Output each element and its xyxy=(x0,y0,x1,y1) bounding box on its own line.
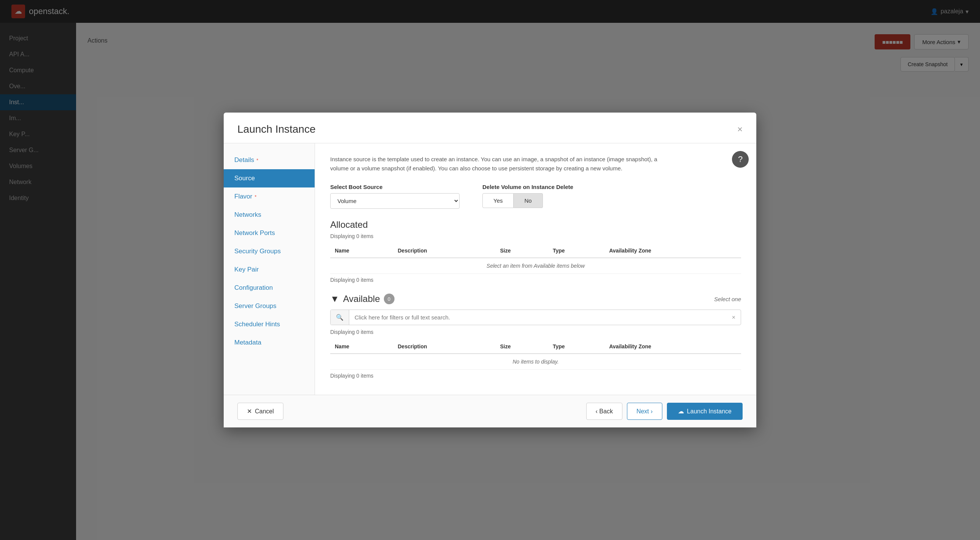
delete-yes-button[interactable]: Yes xyxy=(482,193,514,208)
col-name: Name xyxy=(330,244,393,258)
select-one-label: Select one xyxy=(714,296,741,302)
modal-nav-details[interactable]: Details * xyxy=(224,151,315,169)
avail-col-name: Name xyxy=(330,340,393,354)
allocated-below-count: Displaying 0 items xyxy=(330,277,741,283)
modal-nav-flavor-label: Flavor xyxy=(234,193,252,200)
available-title: ▼ Available 0 xyxy=(330,294,395,304)
allocated-title-text: Allocated xyxy=(330,219,368,230)
available-title-text: Available xyxy=(343,294,380,304)
modal-content-area: ? Instance source is the template used t… xyxy=(315,143,756,395)
back-button[interactable]: ‹ Back xyxy=(586,403,622,420)
available-table-header: Name Description Size Type Availability … xyxy=(330,340,741,354)
avail-col-description: Description xyxy=(393,340,495,354)
delete-no-button[interactable]: No xyxy=(514,193,542,208)
search-icon: 🔍 xyxy=(331,310,349,325)
delete-volume-label: Delete Volume on Instance Delete xyxy=(482,184,573,190)
modal-nav-key-pair-label: Key Pair xyxy=(234,266,259,273)
launch-instance-button[interactable]: ☁ Launch Instance xyxy=(667,403,743,420)
available-section: ▼ Available 0 Select one 🔍 × Displaying … xyxy=(330,294,741,379)
footer-right-buttons: ‹ Back Next › ☁ Launch Instance xyxy=(586,403,743,420)
boot-source-label: Select Boot Source xyxy=(330,184,460,190)
modal-nav-metadata-label: Metadata xyxy=(234,339,261,346)
modal-nav-configuration-label: Configuration xyxy=(234,284,273,292)
search-clear-button[interactable]: × xyxy=(727,310,741,325)
avail-col-availability-zone: Availability Zone xyxy=(605,340,741,354)
modal-navigation: Details * Source Flavor * Networks Netwo… xyxy=(224,143,315,395)
col-description: Description xyxy=(393,244,495,258)
modal-nav-configuration[interactable]: Configuration xyxy=(224,279,315,297)
modal-nav-network-ports[interactable]: Network Ports xyxy=(224,224,315,242)
available-count-text: Displaying 0 items xyxy=(330,329,741,335)
modal-nav-network-ports-label: Network Ports xyxy=(234,229,275,237)
search-input[interactable] xyxy=(349,310,727,324)
modal-body: Details * Source Flavor * Networks Netwo… xyxy=(224,143,756,395)
modal-header: Launch Instance × xyxy=(224,113,756,143)
modal-nav-source[interactable]: Source xyxy=(224,169,315,187)
form-row: Select Boot Source Volume Image Instance… xyxy=(330,184,741,209)
allocated-empty-row: Select an item from Available items belo… xyxy=(330,258,741,274)
modal-nav-server-groups[interactable]: Server Groups xyxy=(224,297,315,315)
available-below-count: Displaying 0 items xyxy=(330,373,741,379)
available-table: Name Description Size Type Availability … xyxy=(330,340,741,370)
modal-nav-security-groups[interactable]: Security Groups xyxy=(224,242,315,260)
modal-nav-flavor[interactable]: Flavor * xyxy=(224,187,315,206)
available-empty-message: No items to display. xyxy=(330,354,741,370)
launch-instance-label: Launch Instance xyxy=(687,408,732,415)
flavor-required-mark: * xyxy=(255,194,256,200)
modal-nav-source-label: Source xyxy=(234,175,255,182)
col-size: Size xyxy=(495,244,548,258)
allocated-title: Allocated xyxy=(330,219,741,230)
modal-nav-details-label: Details xyxy=(234,156,254,164)
avail-col-size: Size xyxy=(495,340,548,354)
available-count-badge: 0 xyxy=(384,294,395,304)
allocated-table: Name Description Size Type Availability … xyxy=(330,244,741,274)
avail-col-type: Type xyxy=(548,340,605,354)
modal-nav-scheduler-hints[interactable]: Scheduler Hints xyxy=(224,315,315,334)
boot-source-select[interactable]: Volume Image Instance Snapshot Volume Sn… xyxy=(330,193,460,209)
modal-title: Launch Instance xyxy=(237,123,316,135)
col-availability-zone: Availability Zone xyxy=(605,244,741,258)
help-button[interactable]: ? xyxy=(732,151,749,168)
available-empty-row: No items to display. xyxy=(330,354,741,370)
allocated-table-header: Name Description Size Type Availability … xyxy=(330,244,741,258)
cancel-button[interactable]: ✕ Cancel xyxy=(237,403,283,420)
delete-volume-toggle-group: Yes No xyxy=(482,193,573,208)
modal-nav-scheduler-hints-label: Scheduler Hints xyxy=(234,321,280,328)
modal-footer: ✕ Cancel ‹ Back Next › ☁ Launch Instance xyxy=(224,395,756,427)
modal-nav-server-groups-label: Server Groups xyxy=(234,302,277,310)
allocated-section: Allocated Displaying 0 items Name Descri… xyxy=(330,219,741,283)
boot-source-group: Select Boot Source Volume Image Instance… xyxy=(330,184,460,209)
modal-close-button[interactable]: × xyxy=(737,125,743,134)
modal-nav-metadata[interactable]: Metadata xyxy=(224,334,315,352)
modal-nav-networks-label: Networks xyxy=(234,211,261,219)
info-description: Instance source is the template used to … xyxy=(330,155,673,173)
search-bar: 🔍 × xyxy=(330,310,741,325)
col-type: Type xyxy=(548,244,605,258)
modal-nav-key-pair[interactable]: Key Pair xyxy=(224,260,315,279)
next-button[interactable]: Next › xyxy=(627,403,662,420)
launch-instance-modal: Launch Instance × Details * Source Flavo… xyxy=(224,113,756,427)
allocated-empty-message: Select an item from Available items belo… xyxy=(330,258,741,274)
cancel-icon: ✕ xyxy=(247,408,252,415)
cloud-upload-icon: ☁ xyxy=(678,408,684,415)
modal-nav-networks[interactable]: Networks xyxy=(224,206,315,224)
available-header: ▼ Available 0 Select one xyxy=(330,294,741,304)
details-required-mark: * xyxy=(256,157,258,163)
cancel-label: Cancel xyxy=(255,408,274,415)
allocated-count: Displaying 0 items xyxy=(330,233,741,239)
chevron-down-icon: ▼ xyxy=(330,294,339,304)
delete-volume-group: Delete Volume on Instance Delete Yes No xyxy=(482,184,573,208)
modal-nav-security-groups-label: Security Groups xyxy=(234,248,281,255)
